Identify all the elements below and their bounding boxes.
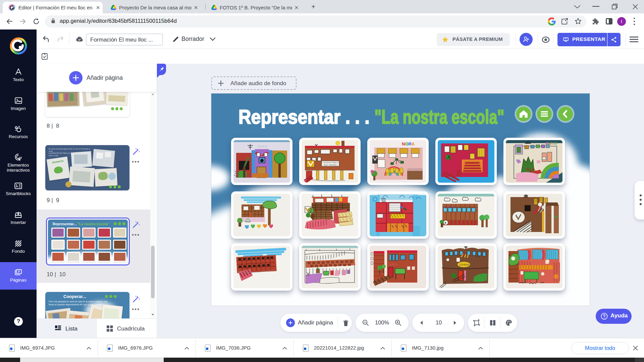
svg-text:COLEGIO PUBLIC: COLEGIO PUBLIC [323,162,338,164]
svg-text:COLEGIO: COLEGIO [459,263,470,266]
svg-text:◌◌◌◌: ◌◌◌◌ [258,144,268,148]
svg-text:BLEU GRANELL: BLEU GRANELL [324,164,338,166]
svg-text:NORA: NORA [402,141,415,146]
